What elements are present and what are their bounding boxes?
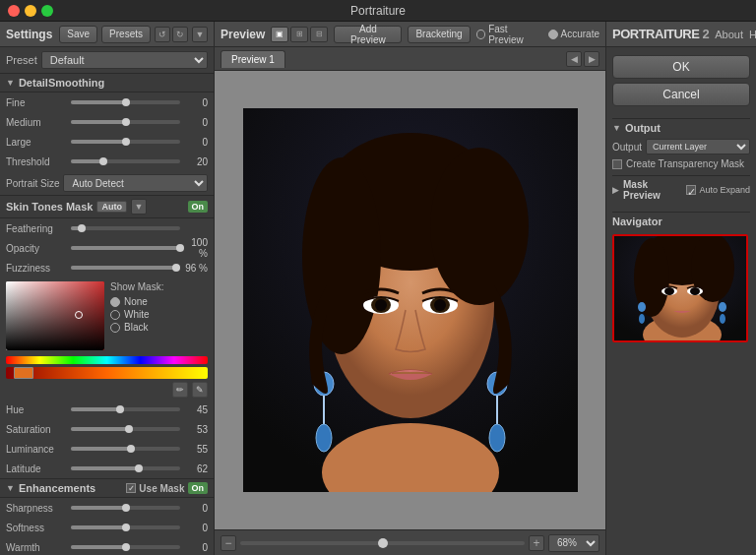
titlebar: Portraiture [0,0,756,22]
softness-value: 0 [184,523,208,533]
radio-black-dot[interactable] [110,323,120,333]
presets-button[interactable]: Presets [101,26,151,43]
output-select[interactable]: Current Layer New Layer Flatten [646,139,750,154]
right-content: OK Cancel ▼ Output Output Current Layer … [606,47,756,555]
mask-preview-row[interactable]: ▶ Mask Preview ✓ Auto Expand [612,175,750,204]
mask-preview-toggle-icon: ▶ [612,185,619,195]
bracketing-button[interactable]: Bracketing [408,26,470,43]
medium-slider[interactable] [71,120,180,124]
preview-area[interactable] [215,71,605,529]
large-slider[interactable] [71,140,180,144]
enhancements-on-badge[interactable]: On [188,482,209,494]
fuzziness-value: 96 % [184,263,208,274]
opacity-slider[interactable] [71,246,180,250]
warmth-slider[interactable] [71,545,180,549]
color-dot[interactable] [75,311,83,319]
medium-value: 0 [184,117,208,128]
split-view-button[interactable]: ⊞ [290,27,308,42]
fast-preview-radio[interactable] [476,30,486,39]
yellow-bar[interactable] [6,367,208,379]
sharpness-slider[interactable] [71,506,180,510]
ok-button[interactable]: OK [612,55,750,79]
output-label: Output [612,142,642,153]
maximize-button[interactable] [41,5,53,17]
hue-slider[interactable] [71,407,180,411]
threshold-slider[interactable] [71,159,180,163]
add-preview-button[interactable]: Add Preview [334,26,402,43]
cancel-button[interactable]: Cancel [612,83,750,106]
fine-slider[interactable] [71,100,180,104]
radio-white-dot[interactable] [110,310,120,320]
fuzziness-slider[interactable] [71,266,180,270]
accurate-option[interactable]: Accurate [548,29,599,39]
radio-none-label: None [124,296,148,307]
threshold-label: Threshold [6,156,67,167]
hue-bar[interactable] [6,356,208,364]
latitude-slider[interactable] [71,466,180,470]
svg-point-30 [719,302,726,312]
radio-black[interactable]: Black [110,322,208,333]
color-picker-area: Show Mask: None White Black [0,278,214,354]
detail-smoothing-toggle[interactable]: ▼ [6,78,15,88]
zoom-select[interactable]: 25% 50% 68% 100% 150% 200% [548,534,599,552]
navigator-label: Navigator [612,212,750,230]
color-swatch[interactable] [6,281,104,350]
auto-expand-checkbox[interactable]: ✓ [686,185,696,195]
luminance-label: Luminance [6,444,67,455]
use-mask-checkbox-box[interactable]: ✓ [126,483,136,493]
portrait-size-select[interactable]: Auto Detect [63,174,208,192]
tab-prev-button[interactable]: ◀ [566,51,582,67]
warmth-param-row: Warmth 0 [0,537,214,555]
saturation-slider[interactable] [71,427,180,431]
save-button[interactable]: Save [59,26,97,43]
eyedropper-icon[interactable]: ✏ [172,382,188,398]
output-toggle-icon: ▼ [612,123,621,133]
radio-none-dot[interactable] [110,297,120,307]
enhancements-toggle[interactable]: ▼ [6,483,15,493]
luminance-slider[interactable] [71,447,180,451]
feathering-label: Feathering [6,223,67,234]
svg-point-29 [639,314,645,324]
logo-num: 2 [703,27,710,41]
view-buttons: ▣ ⊞ ⊟ [271,27,328,42]
transparency-checkbox[interactable] [612,159,622,169]
accurate-radio[interactable] [548,30,558,39]
redo-button[interactable]: ↻ [172,27,188,42]
preview-tab-1[interactable]: Preview 1 [220,50,285,68]
zoom-out-button[interactable]: − [220,535,236,551]
zoom-in-button[interactable]: + [529,535,544,551]
single-view-button[interactable]: ▣ [271,27,288,42]
about-link[interactable]: About [715,29,743,40]
use-mask-checkbox[interactable]: ✓ Use Mask On [126,482,208,494]
radio-none[interactable]: None [110,296,208,307]
minimize-button[interactable] [25,5,36,17]
undo-button[interactable]: ↺ [155,27,170,42]
preset-select[interactable]: Default [41,51,208,69]
left-toolbar: Settings Save Presets ↺ ↻ ▼ [0,22,214,47]
feathering-slider[interactable] [71,226,180,230]
tab-next-button[interactable]: ▶ [584,51,599,67]
minus-eyedropper-icon[interactable]: ✎ [192,382,208,398]
zoom-thumb[interactable] [378,538,388,548]
fuzziness-label: Fuzziness [6,263,67,274]
settings-menu-button[interactable]: ▼ [192,27,208,42]
svg-point-17 [489,424,505,452]
fast-preview-option[interactable]: Fast Preview [476,24,542,45]
svg-point-4 [430,148,529,305]
saturation-value: 53 [184,424,208,435]
portrait-size-label: Portrait Size [6,178,59,189]
portraiture-logo: PORTRAITURE 2 [612,27,709,41]
skin-tones-dropdown[interactable]: ▼ [131,199,147,215]
close-button[interactable] [8,5,20,17]
enhancements-label: Enhancements [19,482,95,494]
skin-tones-on-badge[interactable]: On [188,201,209,213]
help-link[interactable]: Help [749,29,756,40]
softness-slider[interactable] [71,525,180,529]
radio-white[interactable]: White [110,309,208,320]
output-header[interactable]: ▼ Output [612,118,750,137]
navigator-section: Navigator [612,212,750,342]
preview-toolbar: Preview ▣ ⊞ ⊟ Add Preview Bracketing Fas… [215,22,605,47]
grid-view-button[interactable]: ⊟ [310,27,328,42]
zoom-slider[interactable] [240,541,525,545]
navigator-thumbnail[interactable] [612,234,748,342]
